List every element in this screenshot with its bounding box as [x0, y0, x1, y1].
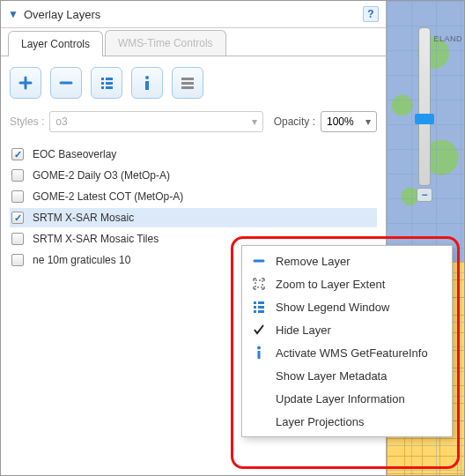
tab-label: Layer Controls	[21, 38, 90, 50]
style-opacity-row: Styles : o3 Opacity : 100%	[10, 111, 377, 132]
add-layer-button[interactable]	[10, 67, 41, 99]
lines-button[interactable]	[172, 67, 203, 99]
svg-rect-19	[258, 351, 261, 359]
plus-icon	[18, 76, 33, 90]
toolbar	[10, 67, 377, 99]
lines-icon	[181, 76, 195, 90]
blank-icon	[251, 368, 267, 383]
opacity-select[interactable]: 100%	[321, 111, 377, 132]
svg-rect-17	[258, 310, 264, 313]
layer-item[interactable]: SRTM X-SAR Mosaic	[10, 208, 377, 227]
layer-label: EOC Baseoverlay	[33, 148, 116, 160]
cm-show-metadata[interactable]: Show Layer Metadata	[242, 364, 452, 387]
styles-value: o3	[55, 115, 67, 128]
svg-rect-5	[106, 86, 113, 89]
layer-checkbox[interactable]	[11, 190, 24, 203]
tab-bar: Layer Controls WMS-Time Controls	[1, 30, 386, 56]
layer-item[interactable]: GOME-2 Latest COT (MetOp-A)	[10, 187, 377, 206]
svg-rect-10	[181, 86, 194, 89]
cm-label: Activate WMS GetFeatureInfo	[276, 346, 428, 360]
zoom-slider-thumb[interactable]	[415, 114, 434, 124]
cm-label: Show Layer Metadata	[276, 369, 387, 383]
tab-wms-time-controls: WMS-Time Controls	[105, 30, 226, 56]
svg-rect-15	[258, 306, 264, 309]
panel-title: Overlay Layers	[24, 8, 363, 21]
styles-select[interactable]: o3	[49, 111, 262, 132]
collapse-toggle-icon[interactable]: ▼	[8, 8, 18, 20]
svg-rect-1	[101, 82, 104, 85]
cm-activate-wms[interactable]: Activate WMS GetFeatureInfo	[242, 341, 452, 364]
cm-zoom-extent[interactable]: Zoom to Layer Extent	[242, 272, 452, 295]
layer-label: GOME-2 Daily O3 (MetOp-A)	[33, 169, 170, 182]
layer-checkbox[interactable]	[11, 233, 24, 245]
svg-point-18	[257, 346, 261, 350]
cm-projections[interactable]: Layer Projections	[242, 410, 452, 433]
info-button[interactable]	[131, 67, 163, 99]
tab-label: WMS-Time Controls	[118, 37, 213, 49]
info-icon	[140, 75, 154, 91]
list-icon	[100, 76, 114, 90]
cm-label: Hide Layer	[276, 324, 331, 337]
cm-label: Remove Layer	[276, 255, 351, 268]
layer-label: SRTM X-SAR Mosaic	[33, 212, 134, 224]
cm-remove-layer[interactable]: Remove Layer	[242, 249, 452, 272]
layer-label: ne 10m graticules 10	[33, 254, 130, 266]
info-icon	[251, 346, 267, 360]
svg-rect-7	[145, 81, 149, 90]
extent-icon	[251, 277, 267, 291]
minus-icon	[251, 254, 267, 268]
svg-rect-9	[181, 82, 194, 85]
svg-rect-16	[254, 310, 256, 313]
styles-label: Styles :	[10, 115, 44, 128]
zoom-out-button[interactable]: −	[417, 188, 432, 202]
svg-rect-2	[101, 86, 104, 89]
layer-checkbox[interactable]	[11, 169, 24, 182]
zoom-slider-track[interactable]	[418, 27, 431, 186]
svg-rect-13	[258, 301, 264, 304]
minus-icon	[59, 76, 73, 90]
cm-label: Zoom to Layer Extent	[276, 278, 385, 291]
layer-item[interactable]: GOME-2 Daily O3 (MetOp-A)	[10, 166, 377, 185]
cm-hide-layer[interactable]: Hide Layer	[242, 318, 452, 341]
cm-label: Layer Projections	[276, 415, 364, 428]
blank-icon	[251, 391, 267, 405]
layer-checkbox[interactable]	[11, 254, 24, 266]
legend-button[interactable]	[91, 67, 122, 99]
svg-rect-3	[106, 78, 113, 80]
layer-label: GOME-2 Latest COT (MetOp-A)	[33, 190, 183, 203]
panel-header: ▼ Overlay Layers ?	[1, 1, 386, 28]
svg-rect-11	[255, 280, 262, 287]
svg-rect-8	[181, 78, 194, 80]
opacity-label: Opacity :	[274, 115, 315, 128]
layer-context-menu: Remove Layer Zoom to Layer Extent Show L…	[241, 245, 453, 437]
opacity-value: 100%	[327, 115, 354, 128]
svg-rect-4	[106, 82, 113, 85]
layer-item[interactable]: EOC Baseoverlay	[10, 145, 377, 164]
cm-show-legend[interactable]: Show Legend Window	[242, 295, 452, 318]
svg-rect-12	[254, 301, 256, 304]
list-icon	[251, 300, 267, 314]
layer-label: SRTM X-SAR Mosaic Tiles	[33, 233, 159, 245]
layer-checkbox[interactable]	[11, 212, 24, 224]
check-icon	[251, 323, 267, 337]
cm-label: Show Legend Window	[276, 301, 389, 314]
help-button[interactable]: ?	[363, 6, 379, 22]
tab-layer-controls[interactable]: Layer Controls	[8, 31, 103, 56]
svg-rect-14	[254, 306, 256, 309]
blank-icon	[251, 414, 267, 428]
cm-label: Update Layer Information	[276, 392, 405, 405]
map-label: ELAND	[433, 34, 462, 43]
remove-layer-button[interactable]	[50, 67, 82, 99]
layer-checkbox[interactable]	[11, 148, 24, 160]
svg-rect-0	[101, 78, 104, 80]
cm-update-info[interactable]: Update Layer Information	[242, 387, 452, 410]
svg-point-6	[145, 76, 149, 79]
